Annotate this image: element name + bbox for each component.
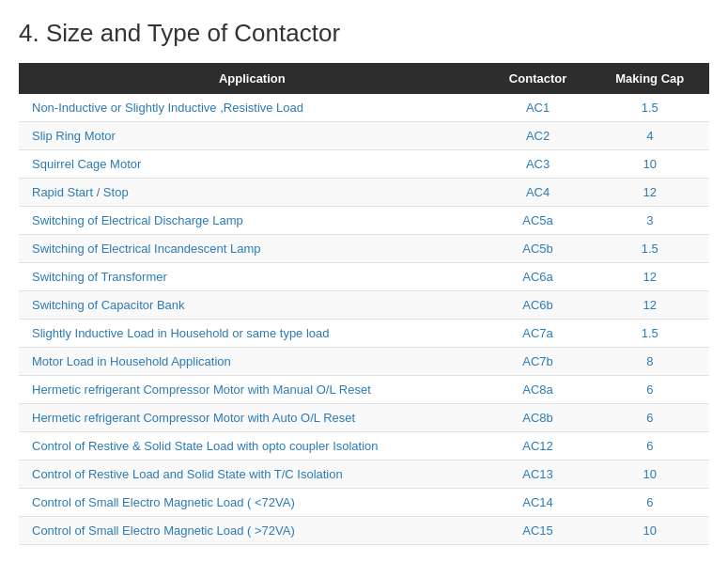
cell-making-cap: 6 xyxy=(591,432,709,461)
cell-application: Control of Restive & Solid State Load wi… xyxy=(19,432,486,461)
cell-contactor: AC6b xyxy=(486,291,591,320)
cell-contactor: AC3 xyxy=(486,150,591,179)
cell-contactor: AC5b xyxy=(486,235,591,263)
table-row: Control of Restive Load and Solid State … xyxy=(19,461,709,489)
cell-contactor: AC7a xyxy=(486,320,591,348)
cell-application: Hermetic refrigerant Compressor Motor wi… xyxy=(19,376,486,404)
table-row: Switching of Electrical Discharge LampAC… xyxy=(19,207,709,235)
col-making-cap: Making Cap xyxy=(591,63,709,94)
table-row: Hermetic refrigerant Compressor Motor wi… xyxy=(19,404,709,432)
cell-application: Switching of Capacitor Bank xyxy=(19,291,486,320)
cell-application: Control of Restive Load and Solid State … xyxy=(19,461,486,489)
cell-application: Slightly Inductive Load in Household or … xyxy=(19,320,486,348)
cell-contactor: AC7b xyxy=(486,348,591,376)
cell-making-cap: 12 xyxy=(591,291,709,320)
cell-making-cap: 3 xyxy=(591,207,709,235)
cell-application: Switching of Electrical Incandescent Lam… xyxy=(19,235,486,263)
cell-making-cap: 10 xyxy=(591,461,709,489)
cell-contactor: AC15 xyxy=(486,517,591,545)
cell-making-cap: 1.5 xyxy=(591,235,709,263)
col-application: Application xyxy=(19,63,486,94)
cell-making-cap: 10 xyxy=(591,150,709,179)
col-contactor: Contactor xyxy=(486,63,591,94)
page-title: 4. Size and Type of Contactor xyxy=(19,19,709,48)
table-row: Slip Ring MotorAC24 xyxy=(19,122,709,150)
cell-contactor: AC2 xyxy=(486,122,591,150)
cell-application: Motor Load in Household Application xyxy=(19,348,486,376)
table-header-row: Application Contactor Making Cap xyxy=(19,63,709,94)
table-row: Control of Small Electro Magnetic Load (… xyxy=(19,517,709,545)
table-row: Motor Load in Household ApplicationAC7b8 xyxy=(19,348,709,376)
cell-making-cap: 6 xyxy=(591,404,709,432)
cell-application: Non-Inductive or Slightly Inductive ,Res… xyxy=(19,94,486,122)
cell-making-cap: 12 xyxy=(591,263,709,291)
cell-making-cap: 12 xyxy=(591,179,709,207)
cell-making-cap: 6 xyxy=(591,489,709,517)
cell-making-cap: 6 xyxy=(591,376,709,404)
cell-making-cap: 1.5 xyxy=(591,320,709,348)
cell-contactor: AC14 xyxy=(486,489,591,517)
table-row: Squirrel Cage MotorAC310 xyxy=(19,150,709,179)
table-row: Switching of TransformerAC6a12 xyxy=(19,263,709,291)
cell-making-cap: 8 xyxy=(591,348,709,376)
cell-contactor: AC8b xyxy=(486,404,591,432)
table-row: Non-Inductive or Slightly Inductive ,Res… xyxy=(19,94,709,122)
cell-application: Rapid Start / Stop xyxy=(19,179,486,207)
cell-application: Control of Small Electro Magnetic Load (… xyxy=(19,517,486,545)
cell-contactor: AC8a xyxy=(486,376,591,404)
contactor-table: Application Contactor Making Cap Non-Ind… xyxy=(19,63,709,545)
table-row: Switching of Electrical Incandescent Lam… xyxy=(19,235,709,263)
cell-application: Hermetic refrigerant Compressor Motor wi… xyxy=(19,404,486,432)
cell-application: Control of Small Electro Magnetic Load (… xyxy=(19,489,486,517)
cell-making-cap: 1.5 xyxy=(591,94,709,122)
table-row: Control of Restive & Solid State Load wi… xyxy=(19,432,709,461)
cell-application: Squirrel Cage Motor xyxy=(19,150,486,179)
cell-application: Switching of Transformer xyxy=(19,263,486,291)
cell-contactor: AC12 xyxy=(486,432,591,461)
table-row: Hermetic refrigerant Compressor Motor wi… xyxy=(19,376,709,404)
cell-contactor: AC6a xyxy=(486,263,591,291)
table-row: Slightly Inductive Load in Household or … xyxy=(19,320,709,348)
cell-contactor: AC1 xyxy=(486,94,591,122)
table-row: Switching of Capacitor BankAC6b12 xyxy=(19,291,709,320)
table-row: Rapid Start / StopAC412 xyxy=(19,179,709,207)
cell-contactor: AC13 xyxy=(486,461,591,489)
cell-contactor: AC4 xyxy=(486,179,591,207)
table-row: Control of Small Electro Magnetic Load (… xyxy=(19,489,709,517)
cell-making-cap: 10 xyxy=(591,517,709,545)
cell-contactor: AC5a xyxy=(486,207,591,235)
cell-making-cap: 4 xyxy=(591,122,709,150)
cell-application: Slip Ring Motor xyxy=(19,122,486,150)
cell-application: Switching of Electrical Discharge Lamp xyxy=(19,207,486,235)
